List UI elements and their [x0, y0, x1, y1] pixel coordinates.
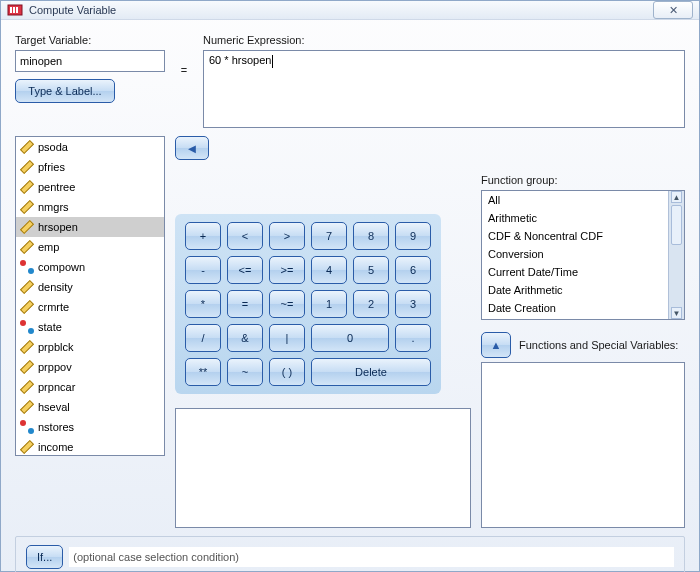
variable-name: prppov	[38, 361, 72, 373]
kp-5[interactable]: 5	[353, 256, 389, 284]
description-box	[175, 408, 471, 528]
functions-special-list[interactable]	[481, 362, 685, 528]
variable-row-hrsopen[interactable]: hrsopen	[16, 217, 164, 237]
kp-7[interactable]: 7	[311, 222, 347, 250]
function-group-item[interactable]: Date Arithmetic	[482, 281, 668, 299]
kp-9[interactable]: 9	[395, 222, 431, 250]
variable-row-pentree[interactable]: pentree	[16, 177, 164, 197]
if-condition-section: If... (optional case selection condition…	[15, 536, 685, 572]
scroll-thumb[interactable]	[671, 205, 682, 245]
scale-icon	[20, 160, 34, 174]
kp-dot[interactable]: .	[395, 324, 431, 352]
variable-row-pfries[interactable]: pfries	[16, 157, 164, 177]
variable-row-psoda[interactable]: psoda	[16, 137, 164, 157]
move-to-expression-button[interactable]: ◄	[175, 136, 209, 160]
target-variable-label: Target Variable:	[15, 34, 165, 46]
dialog-content: Target Variable: Type & Label... = Numer…	[1, 20, 699, 572]
scale-icon	[20, 400, 34, 414]
function-group-item[interactable]: CDF & Noncentral CDF	[482, 227, 668, 245]
variable-row-prpncar[interactable]: prpncar	[16, 377, 164, 397]
variable-row-emp[interactable]: emp	[16, 237, 164, 257]
scroll-down-icon[interactable]: ▼	[671, 307, 682, 319]
kp-1[interactable]: 1	[311, 290, 347, 318]
window-close-button[interactable]: ✕	[653, 1, 693, 19]
functions-special-label: Functions and Special Variables:	[519, 339, 678, 351]
variable-name: compown	[38, 261, 85, 273]
variable-name: income	[38, 441, 73, 453]
kp-delete[interactable]: Delete	[311, 358, 431, 386]
function-group-item[interactable]: Current Date/Time	[482, 263, 668, 281]
center-column: ◄ + < > 7 8 9 - <= >= 4 5 6 * =	[175, 136, 471, 528]
variable-row-prppov[interactable]: prppov	[16, 357, 164, 377]
scale-icon	[20, 280, 34, 294]
kp-minus[interactable]: -	[185, 256, 221, 284]
numeric-expression-section: Numeric Expression: 60 * hrsopen	[203, 34, 685, 128]
function-group-item[interactable]: Conversion	[482, 245, 668, 263]
titlebar: Compute Variable ✕	[1, 1, 699, 20]
variable-row-hseval[interactable]: hseval	[16, 397, 164, 417]
scroll-up-icon[interactable]: ▲	[671, 191, 682, 203]
kp-gt[interactable]: >	[269, 222, 305, 250]
kp-le[interactable]: <=	[227, 256, 263, 284]
kp-8[interactable]: 8	[353, 222, 389, 250]
variable-list[interactable]: psodapfriespentreenmgrshrsopenempcompown…	[15, 136, 165, 456]
svg-rect-3	[16, 7, 18, 13]
kp-3[interactable]: 3	[395, 290, 431, 318]
variable-name: hseval	[38, 401, 70, 413]
variable-name: psoda	[38, 141, 68, 153]
type-and-label-button[interactable]: Type & Label...	[15, 79, 115, 103]
kp-not[interactable]: ~	[227, 358, 263, 386]
variable-name: emp	[38, 241, 59, 253]
variable-name: nmgrs	[38, 201, 69, 213]
function-group-list[interactable]: AllArithmeticCDF & Noncentral CDFConvers…	[481, 190, 685, 320]
kp-lt[interactable]: <	[227, 222, 263, 250]
variable-row-crmrte[interactable]: crmrte	[16, 297, 164, 317]
variable-row-state[interactable]: state	[16, 317, 164, 337]
numeric-expression-value: 60 * hrsopen	[209, 54, 271, 66]
target-variable-section: Target Variable: Type & Label...	[15, 34, 165, 103]
kp-paren[interactable]: ( )	[269, 358, 305, 386]
scale-icon	[20, 440, 34, 454]
right-column: Function group: AllArithmeticCDF & Nonce…	[481, 136, 685, 528]
if-button[interactable]: If...	[26, 545, 63, 569]
kp-0[interactable]: 0	[311, 324, 389, 352]
numeric-expression-input[interactable]: 60 * hrsopen	[203, 50, 685, 128]
kp-and[interactable]: &	[227, 324, 263, 352]
kp-plus[interactable]: +	[185, 222, 221, 250]
kp-or[interactable]: |	[269, 324, 305, 352]
function-group-item[interactable]: Date Creation	[482, 299, 668, 317]
kp-ge[interactable]: >=	[269, 256, 305, 284]
kp-pow[interactable]: **	[185, 358, 221, 386]
variable-row-income[interactable]: income	[16, 437, 164, 455]
function-group-scrollbar[interactable]: ▲ ▼	[668, 191, 684, 319]
kp-mult[interactable]: *	[185, 290, 221, 318]
target-variable-input[interactable]	[15, 50, 165, 72]
kp-ne[interactable]: ~=	[269, 290, 305, 318]
variable-name: prpblck	[38, 341, 73, 353]
kp-eq[interactable]: =	[227, 290, 263, 318]
nominal-icon	[20, 420, 34, 434]
kp-6[interactable]: 6	[395, 256, 431, 284]
function-group-label: Function group:	[481, 174, 685, 186]
arrow-up-icon: ▲	[491, 339, 502, 351]
kp-4[interactable]: 4	[311, 256, 347, 284]
variable-row-compown[interactable]: compown	[16, 257, 164, 277]
compute-variable-dialog: Compute Variable ✕ Target Variable: Type…	[0, 0, 700, 572]
variable-name: hrsopen	[38, 221, 78, 233]
variable-row-prpblck[interactable]: prpblck	[16, 337, 164, 357]
function-group-item[interactable]: Arithmetic	[482, 209, 668, 227]
nominal-icon	[20, 320, 34, 334]
variable-row-density[interactable]: density	[16, 277, 164, 297]
variable-name: density	[38, 281, 73, 293]
kp-div[interactable]: /	[185, 324, 221, 352]
if-condition-text: (optional case selection condition)	[69, 547, 674, 567]
function-group-item[interactable]: All	[482, 191, 668, 209]
kp-2[interactable]: 2	[353, 290, 389, 318]
scale-icon	[20, 220, 34, 234]
variable-row-nstores[interactable]: nstores	[16, 417, 164, 437]
insert-function-button[interactable]: ▲	[481, 332, 511, 358]
app-icon	[7, 2, 23, 18]
text-caret	[272, 55, 273, 68]
variable-row-nmgrs[interactable]: nmgrs	[16, 197, 164, 217]
variable-name: pfries	[38, 161, 65, 173]
